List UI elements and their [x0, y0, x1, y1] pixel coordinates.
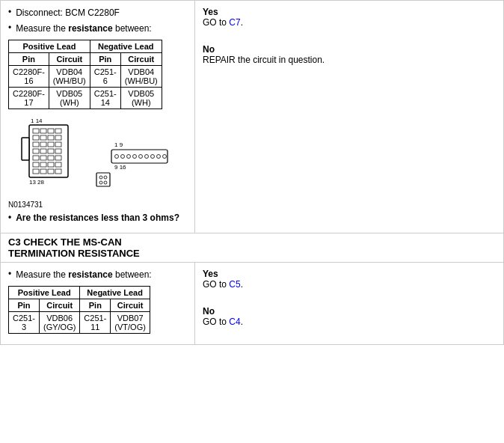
cell: C251-3: [9, 312, 40, 334]
svg-rect-25: [40, 169, 46, 174]
connector-svg: 1 14: [8, 115, 180, 198]
bullet-question: Are the resistances less than 3 ohms?: [8, 212, 187, 224]
svg-rect-7: [55, 135, 61, 140]
svg-rect-24: [33, 169, 39, 174]
bullet-measure: Measure the resistance between:: [8, 22, 187, 35]
svg-point-39: [104, 176, 107, 179]
svg-rect-3: [55, 129, 61, 133]
cell: C251-11: [80, 312, 111, 334]
col-circuit-1: Circuit: [49, 52, 90, 65]
no-label-2: No: [203, 306, 496, 317]
svg-rect-2: [48, 129, 54, 133]
section1-left: Disconnect: BCM C2280F Measure the resis…: [1, 1, 195, 233]
negative-lead-header-2: Negative Lead: [80, 287, 150, 299]
small-square-connector: [96, 173, 110, 186]
svg-rect-15: [55, 149, 61, 153]
cell: VDB05(WH): [49, 87, 90, 109]
svg-point-40: [99, 181, 102, 184]
cell: VDB04(WH/BU): [120, 65, 162, 87]
small-conn-label-top: 1 9: [114, 141, 123, 148]
cell: C251-6: [90, 65, 120, 87]
no-action-2: GO to C4.: [203, 317, 496, 327]
col-pin-1: Pin: [9, 52, 49, 65]
diagram-label: N0134731: [8, 201, 187, 209]
svg-rect-22: [48, 162, 54, 167]
table-row: C2280F-16 VDB04(WH/BU) C251-6 VDB04(WH/B…: [9, 65, 162, 87]
cell: VDB07(VT/OG): [111, 312, 150, 334]
svg-rect-18: [48, 156, 54, 160]
cell: C2280F-16: [9, 65, 49, 87]
svg-point-32: [133, 154, 137, 158]
cell: VDB06(GY/OG): [39, 312, 79, 334]
svg-rect-8: [33, 142, 39, 147]
section2-left: Measure the resistance between: Positive…: [1, 263, 195, 344]
cell: VDB04(WH/BU): [49, 65, 90, 87]
section2: Measure the resistance between: Positive…: [0, 263, 504, 345]
svg-point-35: [151, 154, 155, 158]
positive-lead-header: Positive Lead: [9, 40, 90, 52]
yes-action-1: GO to C7.: [203, 17, 496, 28]
svg-rect-6: [48, 135, 54, 140]
svg-rect-10: [48, 142, 54, 147]
no-block-1: No REPAIR the circuit in question.: [203, 44, 496, 65]
svg-point-37: [163, 154, 167, 158]
col-circuit-4: Circuit: [111, 299, 150, 312]
svg-rect-14: [48, 149, 54, 153]
svg-rect-28: [22, 138, 29, 160]
svg-rect-20: [33, 162, 39, 167]
svg-point-33: [139, 154, 143, 158]
no-block-2: No GO to C4.: [203, 306, 496, 327]
col-pin-3: Pin: [9, 299, 40, 312]
svg-rect-12: [33, 149, 39, 153]
svg-rect-5: [40, 135, 46, 140]
table-row: C251-3 VDB06(GY/OG) C251-11 VDB07(VT/OG): [9, 312, 150, 334]
svg-point-30: [121, 154, 125, 158]
yes-label-1: Yes: [203, 7, 496, 17]
svg-rect-11: [55, 142, 61, 147]
section1-right: Yes GO to C7. No REPAIR the circuit in q…: [195, 1, 503, 233]
yes-label-2: Yes: [203, 269, 496, 279]
svg-rect-4: [33, 135, 39, 140]
svg-point-36: [157, 154, 161, 158]
yes-block-1: Yes GO to C7.: [203, 7, 496, 28]
positive-lead-header-2: Positive Lead: [9, 287, 80, 299]
cell: VDB05(WH): [120, 87, 162, 109]
table-row: C2280F-17 VDB05(WH) C251-14 VDB05(WH): [9, 87, 162, 109]
c5-link[interactable]: C5: [229, 279, 240, 290]
svg-point-29: [115, 154, 119, 158]
col-pin-2: Pin: [90, 52, 120, 65]
negative-lead-header: Negative Lead: [90, 40, 162, 52]
section1: Disconnect: BCM C2280F Measure the resis…: [0, 0, 504, 233]
no-label-1: No: [203, 44, 496, 55]
resistance-table-1: Positive Lead Negative Lead Pin Circuit …: [8, 40, 162, 109]
c7-link[interactable]: C7: [229, 17, 240, 28]
conn-label-1-14: 1 14: [31, 117, 43, 124]
svg-rect-27: [55, 169, 61, 174]
section2-right: Yes GO to C5. No GO to C4.: [195, 263, 503, 344]
svg-rect-13: [40, 149, 46, 153]
section2-header: C3 CHECK THE MS-CAN TERMINATION RESISTAN…: [0, 233, 504, 263]
col-pin-4: Pin: [80, 299, 111, 312]
svg-rect-21: [40, 162, 46, 167]
col-circuit-2: Circuit: [120, 52, 162, 65]
svg-rect-23: [55, 162, 61, 167]
cell: C2280F-17: [9, 87, 49, 109]
section2-title: C3 CHECK THE MS-CAN TERMINATION RESISTAN…: [8, 236, 496, 259]
svg-rect-0: [33, 129, 39, 133]
yes-block-2: Yes GO to C5.: [203, 269, 496, 290]
bullet-disconnect: Disconnect: BCM C2280F: [8, 7, 187, 19]
svg-point-34: [145, 154, 149, 158]
col-circuit-3: Circuit: [39, 299, 79, 312]
cell: C251-14: [90, 87, 120, 109]
svg-rect-16: [33, 156, 39, 160]
svg-point-31: [127, 154, 131, 158]
yes-action-2: GO to C5.: [203, 279, 496, 290]
svg-rect-17: [40, 156, 46, 160]
svg-rect-1: [40, 129, 46, 133]
resistance-table-2: Positive Lead Negative Lead Pin Circuit …: [8, 286, 150, 334]
svg-rect-9: [40, 142, 46, 147]
c4-link[interactable]: C4: [229, 317, 240, 327]
svg-point-38: [99, 176, 102, 179]
no-action-1: REPAIR the circuit in question.: [203, 55, 496, 65]
svg-rect-26: [48, 169, 54, 174]
